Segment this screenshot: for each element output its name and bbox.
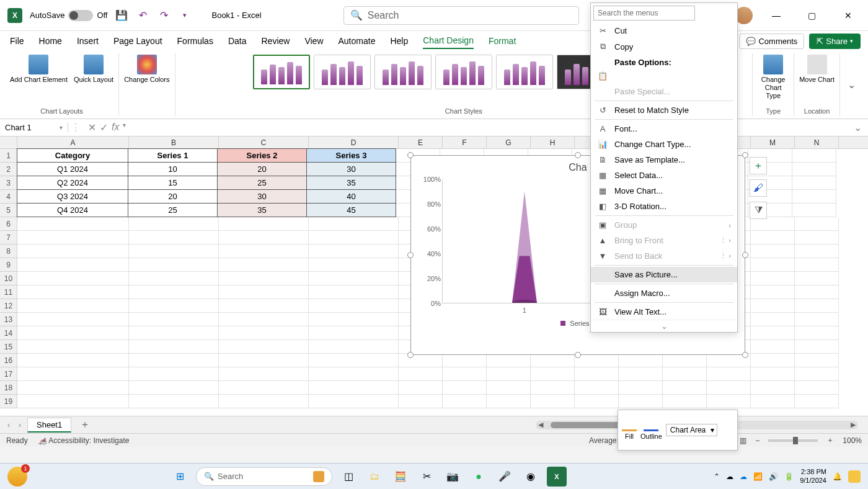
zoom-out-button[interactable]: − xyxy=(755,436,760,445)
cell[interactable]: Series 2 xyxy=(217,148,307,163)
undo-icon[interactable]: ↶ xyxy=(136,9,149,22)
calculator-icon[interactable]: 🧮 xyxy=(391,467,410,487)
cell[interactable] xyxy=(792,204,836,217)
notifications-icon[interactable]: 🔔 xyxy=(833,472,842,481)
cell[interactable] xyxy=(309,244,399,258)
cell[interactable]: 30 xyxy=(306,162,396,176)
cell[interactable] xyxy=(575,395,619,408)
tab-formulas[interactable]: Formulas xyxy=(177,34,213,48)
tab-data[interactable]: Data xyxy=(228,34,247,48)
tab-automate[interactable]: Automate xyxy=(339,34,376,48)
cell[interactable] xyxy=(751,395,795,408)
cell[interactable] xyxy=(531,395,575,408)
ctx-save-as-picture[interactable]: Save as Picture... xyxy=(591,267,737,282)
cell[interactable] xyxy=(795,272,839,285)
minimize-button[interactable]: — xyxy=(764,11,789,20)
cell[interactable] xyxy=(443,395,487,408)
cell[interactable] xyxy=(129,367,219,381)
col-header-a[interactable]: A xyxy=(17,137,129,148)
cell[interactable]: 40 xyxy=(306,189,396,204)
cell[interactable] xyxy=(129,244,219,258)
cell[interactable]: Q3 2024 xyxy=(17,189,128,204)
cell[interactable] xyxy=(129,285,219,299)
cell[interactable] xyxy=(17,381,129,395)
tab-help[interactable]: Help xyxy=(390,34,408,48)
cell[interactable] xyxy=(17,367,129,381)
chart-style-3[interactable] xyxy=(374,55,432,89)
row-header[interactable]: 11 xyxy=(0,285,17,299)
cell[interactable] xyxy=(219,244,309,258)
cell[interactable]: 15 xyxy=(128,176,218,190)
cell[interactable] xyxy=(309,381,399,395)
ctx-3d-rotation[interactable]: ◧3-D Rotation... xyxy=(591,199,737,214)
spotify-icon[interactable]: ● xyxy=(469,467,489,487)
cell[interactable] xyxy=(17,217,129,231)
cell[interactable] xyxy=(219,395,309,408)
cell[interactable] xyxy=(751,326,795,340)
cell[interactable] xyxy=(219,217,309,231)
cell[interactable] xyxy=(707,367,751,381)
cell[interactable]: 35 xyxy=(306,176,396,190)
cell[interactable] xyxy=(619,381,663,395)
row-header[interactable]: 9 xyxy=(0,258,17,272)
cell[interactable] xyxy=(219,381,309,395)
cell[interactable] xyxy=(751,354,795,367)
tab-chart-design[interactable]: Chart Design xyxy=(423,33,474,49)
chart-elements-button[interactable]: ＋ xyxy=(750,157,767,174)
cell[interactable] xyxy=(663,367,707,381)
cell[interactable] xyxy=(219,354,309,367)
cell[interactable] xyxy=(17,285,129,299)
cell[interactable] xyxy=(129,381,219,395)
col-header-n[interactable]: N xyxy=(795,137,839,148)
name-box[interactable]: Chart 1 ▾ xyxy=(0,123,68,132)
ctx-font[interactable]: AFont... xyxy=(591,121,737,137)
confirm-icon[interactable]: ✓ xyxy=(100,122,108,133)
cell[interactable] xyxy=(531,354,575,367)
cell[interactable]: Series 1 xyxy=(128,148,218,163)
cell[interactable] xyxy=(129,340,219,354)
chrome-icon[interactable]: ◉ xyxy=(521,467,541,487)
cell[interactable] xyxy=(309,299,399,313)
col-header-h[interactable]: H xyxy=(531,137,575,148)
cell[interactable] xyxy=(219,285,309,299)
cell[interactable]: Q1 2024 xyxy=(17,162,128,176)
cell[interactable] xyxy=(792,149,836,163)
cell[interactable] xyxy=(309,217,399,231)
row-header[interactable]: 4 xyxy=(0,190,17,204)
cell[interactable] xyxy=(309,326,399,340)
zoom-slider[interactable] xyxy=(768,439,818,442)
cell[interactable] xyxy=(129,395,219,408)
tab-review[interactable]: Review xyxy=(262,34,290,48)
chart-style-4[interactable] xyxy=(435,55,492,89)
cell[interactable] xyxy=(399,381,443,395)
cell[interactable] xyxy=(751,313,795,326)
maximize-button[interactable]: ▢ xyxy=(800,11,825,20)
taskbar-search[interactable]: 🔍 Search xyxy=(196,467,332,486)
ctx-expand-button[interactable]: ⌄ xyxy=(591,320,737,332)
cell[interactable] xyxy=(443,354,487,367)
cell[interactable] xyxy=(443,367,487,381)
ctx-change-chart-type[interactable]: 📊Change Chart Type... xyxy=(591,137,737,152)
cell[interactable] xyxy=(795,285,839,299)
cell[interactable] xyxy=(795,367,839,381)
cell[interactable] xyxy=(219,313,309,326)
cell[interactable] xyxy=(219,231,309,244)
cell[interactable] xyxy=(795,354,839,367)
cell[interactable] xyxy=(487,395,531,408)
zoom-level[interactable]: 100% xyxy=(843,436,862,445)
cell[interactable]: 25 xyxy=(217,176,307,190)
change-chart-type-button[interactable]: Change Chart Type xyxy=(758,55,789,101)
cell[interactable] xyxy=(707,381,751,395)
ctx-copy[interactable]: ⧉Copy xyxy=(591,38,737,55)
cell[interactable]: 35 xyxy=(217,203,307,217)
cell[interactable] xyxy=(309,395,399,408)
cell[interactable] xyxy=(129,231,219,244)
change-colors-button[interactable]: Change Colors xyxy=(124,55,169,84)
camera-icon[interactable]: 📷 xyxy=(443,467,463,487)
cell[interactable] xyxy=(792,163,836,176)
cell[interactable] xyxy=(795,299,839,313)
qat-dropdown-icon[interactable]: ▾ xyxy=(178,9,192,22)
row-header[interactable]: 12 xyxy=(0,299,17,313)
cancel-icon[interactable]: ✕ xyxy=(88,122,96,133)
cell[interactable] xyxy=(795,313,839,326)
